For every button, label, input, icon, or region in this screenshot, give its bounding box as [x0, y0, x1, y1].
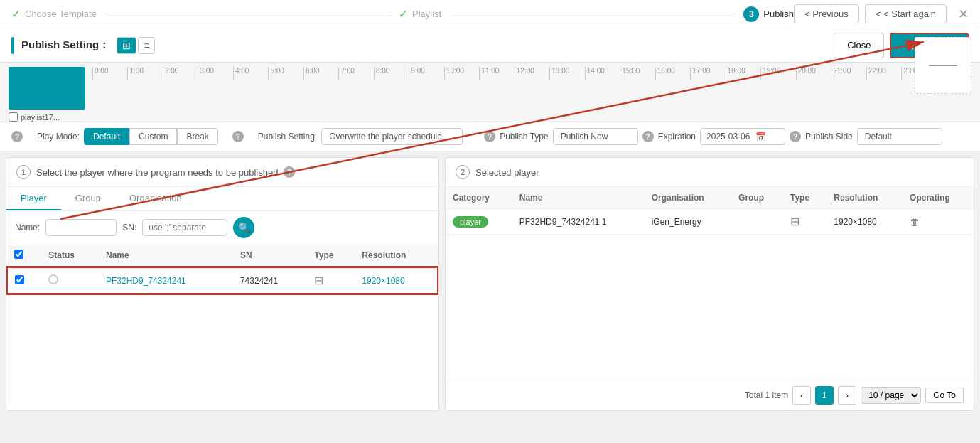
right-table-header-row: Category Name Organisation Group Type Re…	[446, 187, 974, 209]
publish-setting-help-icon[interactable]: ?	[232, 131, 244, 142]
right-type-monitor-icon: ⊟	[790, 215, 799, 228]
play-mode-break-button[interactable]: Break	[177, 128, 217, 145]
step-choose-template: ✓ Choose Template	[11, 8, 97, 21]
play-mode-label: Play Mode:	[37, 132, 80, 142]
right-player-org: iGen_Energy	[652, 217, 701, 227]
publish-setting-select[interactable]: Overwrite the player schedule	[321, 128, 463, 145]
step1-check-icon: ✓	[11, 8, 21, 21]
tick-8: 8:00	[374, 67, 409, 80]
nav-actions: < Previous < < Start again ✕	[794, 4, 969, 23]
select-all-checkbox[interactable]	[14, 250, 23, 259]
go-to-button[interactable]: Go To	[925, 388, 964, 403]
row-checkbox-cell	[7, 267, 41, 294]
tick-14: 14:00	[585, 67, 620, 80]
main-content: 1 Select the player where the program ne…	[0, 151, 980, 417]
step3-label: Publish	[763, 9, 794, 19]
name-search-label: Name:	[15, 223, 40, 233]
step2-check-icon: ✓	[399, 8, 408, 21]
publish-type-help-icon[interactable]: ?	[484, 131, 495, 142]
publish-setting-group: Publish Setting: Overwrite the player sc…	[258, 128, 463, 145]
right-step-badge: 2	[456, 165, 470, 179]
tick-3: 3:00	[198, 67, 232, 80]
right-row-organisation: iGen_Energy	[645, 209, 731, 235]
delete-row-button[interactable]: 🗑	[910, 216, 920, 228]
play-mode-custom-button[interactable]: Custom	[129, 128, 177, 145]
name-search-input[interactable]	[45, 219, 117, 236]
expiration-input[interactable]: 2025-03-06 📅	[700, 128, 785, 145]
col-checkbox	[7, 244, 41, 267]
play-mode-group: Play Mode: Default Custom Break	[37, 128, 218, 145]
right-row-operating: 🗑	[903, 209, 974, 235]
publish-side-help-icon[interactable]: ?	[790, 131, 801, 142]
tick-0: 0:00	[92, 67, 127, 80]
total-items-label: Total 1 item	[745, 390, 788, 400]
tab-group[interactable]: Group	[61, 187, 115, 210]
timeline-bar-row	[92, 80, 971, 108]
close-button[interactable]: Close	[834, 33, 884, 58]
tick-12: 12:00	[515, 67, 549, 80]
type-monitor-icon: ⊟	[314, 274, 323, 287]
category-badge: player	[453, 216, 488, 228]
play-mode-help-icon[interactable]: ?	[11, 131, 23, 142]
right-row-type: ⊟	[783, 209, 826, 235]
current-page: 1	[815, 386, 834, 405]
search-button[interactable]: 🔍	[233, 217, 254, 238]
thumb-image	[9, 67, 85, 110]
publish-type-wrapper: Publish Now	[553, 128, 638, 145]
col-status-header: Status	[41, 244, 99, 267]
left-table-container: Status Name SN Type Resolution PF32HD9_7…	[6, 244, 438, 410]
wizard-steps: ✓ Choose Template ✓ Playlist 3 Publish	[11, 6, 794, 22]
left-panel-help-icon[interactable]: ?	[284, 166, 295, 178]
close-wizard-button[interactable]: ✕	[958, 6, 969, 22]
tick-15: 15:00	[620, 67, 655, 80]
panel-search: Name: SN: 🔍	[6, 211, 438, 244]
right-col-operating: Operating	[903, 187, 974, 209]
tab-organisation[interactable]: Organisation	[115, 187, 196, 210]
step-line-1	[105, 14, 390, 14]
expiration-help-icon[interactable]: ?	[642, 131, 654, 142]
prev-page-button[interactable]: ‹	[792, 386, 811, 405]
step3-num: 3	[743, 6, 759, 22]
page-title: Publish Setting：	[21, 38, 109, 52]
header-bar: Publish Setting： ⊞ ≡ Close Publish	[0, 28, 980, 63]
right-table-row: player PF32HD9_74324241 1 iGen_Energy ⊟	[446, 209, 974, 235]
play-mode-default-button[interactable]: Default	[84, 128, 129, 145]
right-panel: 2 Selected player Category Name Organisa…	[445, 157, 974, 411]
tick-13: 13:00	[549, 67, 584, 80]
tick-9: 9:00	[409, 67, 443, 80]
left-panel-title: Select the player where the program need…	[36, 167, 278, 178]
selected-player-table: Category Name Organisation Group Type Re…	[446, 187, 974, 235]
per-page-select[interactable]: 10 / page	[861, 387, 921, 404]
table-row[interactable]: PF32HD9_74324241 74324241 ⊟ 1920×1080	[7, 267, 438, 294]
timeline-placeholder-card	[915, 37, 971, 94]
step-playlist: ✓ Playlist	[399, 8, 441, 21]
publish-type-select[interactable]: Publish Now	[553, 128, 638, 145]
tab-player[interactable]: Player	[6, 187, 61, 210]
left-panel-header: 1 Select the player where the program ne…	[6, 158, 438, 187]
playlist-checkbox[interactable]	[9, 112, 18, 122]
right-col-type: Type	[783, 187, 826, 209]
tick-4: 4:00	[233, 67, 268, 80]
timeline-content: playlist17... 0:00 1:00 2:00 3:00 4:00 5…	[9, 67, 971, 122]
grid-view-button[interactable]: ⊞	[117, 37, 136, 54]
expiration-value: 2025-03-06	[706, 132, 750, 142]
tick-2: 2:00	[163, 67, 198, 80]
col-name-header: Name	[99, 244, 233, 267]
next-page-button[interactable]: ›	[838, 386, 856, 405]
row-type-cell: ⊟	[307, 267, 355, 294]
previous-button[interactable]: < Previous	[794, 4, 859, 23]
publish-side-select[interactable]: Default	[857, 128, 942, 145]
thumb-label: playlist17...	[9, 112, 87, 122]
sn-search-input[interactable]	[142, 219, 227, 236]
player-name-link[interactable]: PF32HD9_74324241	[106, 276, 186, 286]
header-left: Publish Setting： ⊞ ≡	[11, 37, 155, 54]
step-publish: 3 Publish	[743, 6, 794, 22]
row-name-cell: PF32HD9_74324241	[99, 267, 233, 294]
tick-11: 11:00	[479, 67, 514, 80]
list-view-button[interactable]: ≡	[138, 37, 155, 54]
left-panel: 1 Select the player where the program ne…	[6, 157, 439, 411]
row-checkbox[interactable]	[15, 275, 24, 284]
title-accent-bar	[11, 37, 14, 54]
player-resolution: 1920×1080	[362, 276, 404, 286]
start-again-button[interactable]: < < Start again	[865, 4, 947, 23]
